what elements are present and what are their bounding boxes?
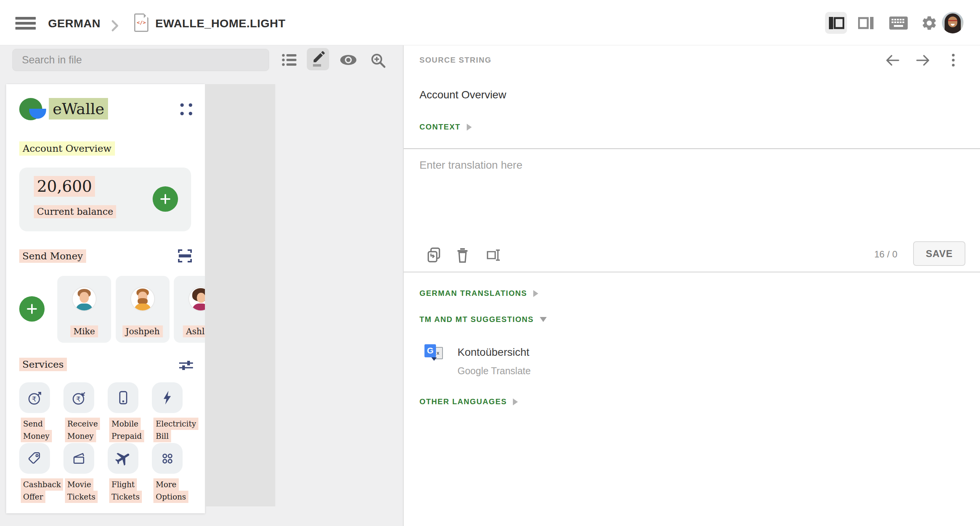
balance-card: 20,600 Current balance — [19, 168, 191, 231]
app-brand-text[interactable]: eWalle — [49, 98, 108, 119]
service-label[interactable]: CashbackOffer — [21, 478, 63, 503]
translation-input[interactable] — [419, 159, 965, 240]
scan-icon[interactable] — [178, 249, 192, 265]
editor-panel: SOURCE STRING Account Overview CONTEXT 1… — [403, 45, 980, 526]
flight-tickets-service-icon[interactable] — [108, 443, 138, 474]
service-label[interactable]: MoreOptions — [153, 478, 188, 503]
other-languages-toggle[interactable]: OTHER LANGUAGES — [419, 397, 518, 406]
mobile-prepaid-service-icon[interactable] — [108, 382, 138, 413]
service-flight-tickets: FlightTickets — [108, 443, 138, 474]
more-options-service-icon[interactable] — [152, 443, 183, 474]
contact-avatar — [72, 287, 97, 311]
divider — [404, 148, 980, 149]
german-translations-label: GERMAN TRANSLATIONS — [419, 289, 527, 298]
context-label: CONTEXT — [419, 123, 461, 131]
svg-text:₹: ₹ — [76, 395, 80, 403]
chevron-right-icon — [110, 18, 120, 35]
send-money-string[interactable]: Send Money — [19, 249, 86, 263]
other-languages-label: OTHER LANGUAGES — [419, 397, 507, 406]
add-contact-button[interactable] — [19, 296, 45, 322]
code-file-icon: </> — [134, 13, 148, 32]
chevron-right-icon — [513, 398, 518, 405]
breadcrumb-file-name[interactable]: EWALLE_HOME.LIGHT — [155, 17, 286, 30]
electricity-bill-service-icon[interactable] — [152, 382, 183, 413]
contact-card: Joshpeh — [116, 276, 170, 343]
layout-right-panel-icon[interactable] — [855, 12, 877, 34]
service-cashback-offer: CashbackOffer — [19, 443, 50, 474]
add-balance-button[interactable] — [153, 186, 178, 212]
google-translate-icon[interactable]: x G — [424, 344, 443, 361]
service-electricity-bill: ElectricityBill — [152, 382, 183, 413]
source-string-label: SOURCE STRING — [419, 56, 491, 65]
service-label[interactable]: FlightTickets — [109, 478, 142, 503]
layout-left-panel-icon[interactable] — [825, 12, 847, 34]
services-string[interactable]: Services — [19, 358, 67, 371]
service-label[interactable]: ReceiveMoney — [65, 418, 100, 442]
copy-source-icon[interactable] — [426, 247, 442, 265]
balance-label-string[interactable]: Current balance — [34, 205, 116, 218]
keyboard-icon[interactable] — [887, 12, 909, 34]
service-label[interactable]: MobilePrepaid — [109, 418, 144, 442]
filters-icon[interactable] — [179, 360, 193, 372]
contact-avatar — [130, 287, 155, 311]
top-bar: GERMAN </> EWALLE_HOME.LIGHT — [0, 0, 980, 45]
context-section-toggle[interactable]: CONTEXT — [419, 123, 472, 131]
service-mobile-prepaid: MobilePrepaid — [108, 382, 138, 413]
source-text: Account Overview — [419, 89, 506, 101]
contact-card: Mike — [57, 276, 111, 343]
receive-money-service-icon[interactable]: ₹ — [63, 382, 94, 413]
contact-avatar — [188, 287, 205, 311]
contact-card: Ashl — [174, 276, 205, 343]
arrow-left-icon[interactable] — [885, 53, 900, 69]
breadcrumb-language[interactable]: GERMAN — [48, 17, 100, 30]
menu-icon[interactable] — [15, 17, 36, 30]
service-label[interactable]: SendMoney — [21, 418, 52, 442]
search-input[interactable] — [12, 49, 269, 71]
edit-pencil-icon[interactable] — [307, 48, 329, 70]
service-label[interactable]: ElectricityBill — [153, 418, 198, 442]
account-overview-string[interactable]: Account Overview — [19, 141, 115, 156]
service-label[interactable]: MovieTickets — [65, 478, 98, 503]
service-movie-tickets: MovieTickets — [63, 443, 94, 474]
german-translations-toggle[interactable]: GERMAN TRANSLATIONS — [419, 289, 538, 298]
cashback-offer-service-icon[interactable] — [19, 443, 50, 474]
service-send-money: ₹ SendMoney — [19, 382, 50, 413]
contact-name-string[interactable]: Ashl — [183, 325, 205, 337]
preview-eye-icon[interactable] — [339, 52, 358, 69]
tm-mt-suggestions-label: TM AND MT SUGGESTIONS — [419, 315, 534, 324]
settings-gear-icon[interactable] — [918, 12, 940, 34]
suggestion-provider: Google Translate — [458, 365, 531, 377]
text-width-icon[interactable] — [485, 247, 502, 265]
arrow-right-icon[interactable] — [915, 53, 930, 69]
kebab-menu-icon[interactable] — [950, 54, 956, 69]
grid-dots-icon[interactable] — [180, 103, 193, 116]
service-receive-money: ₹ ReceiveMoney — [63, 382, 94, 413]
save-button[interactable]: SAVE — [913, 241, 965, 266]
service-more-options: MoreOptions — [152, 443, 183, 474]
svg-text:₹: ₹ — [32, 395, 36, 403]
char-counter: 16 / 0 — [874, 249, 897, 260]
suggestion-text[interactable]: Kontoübersicht — [458, 346, 529, 358]
preview-canvas-margin — [205, 84, 275, 506]
send-money-service-icon[interactable]: ₹ — [19, 382, 50, 413]
design-preview: eWalle Account Overview 20,600 Current b… — [6, 84, 205, 513]
chevron-down-icon — [540, 317, 547, 322]
delete-icon[interactable] — [456, 247, 469, 265]
movie-tickets-service-icon[interactable] — [63, 443, 94, 474]
preview-panel: eWalle Account Overview 20,600 Current b… — [0, 45, 403, 526]
tm-mt-suggestions-toggle[interactable]: TM AND MT SUGGESTIONS — [419, 315, 547, 324]
contact-name-string[interactable]: Joshpeh — [123, 325, 163, 337]
chevron-right-icon — [533, 290, 538, 297]
list-view-icon[interactable] — [281, 52, 297, 69]
translation-editor-app: GERMAN </> EWALLE_HOME.LIGHT — [0, 0, 980, 526]
chevron-right-icon — [467, 124, 472, 131]
zoom-in-icon[interactable] — [370, 52, 386, 70]
divider — [404, 272, 980, 272]
user-avatar[interactable] — [942, 12, 963, 33]
balance-value-string[interactable]: 20,600 — [34, 176, 95, 197]
contact-name-string[interactable]: Mike — [70, 325, 98, 337]
